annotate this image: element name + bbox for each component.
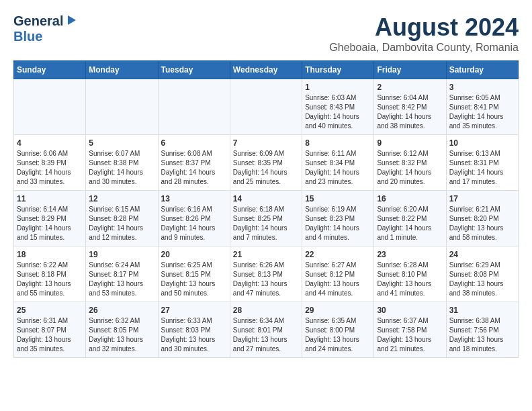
day-number: 22 xyxy=(305,250,371,259)
day-number: 5 xyxy=(89,138,154,148)
calendar-cell: 12Sunrise: 6:15 AM Sunset: 8:28 PM Dayli… xyxy=(86,191,158,246)
day-info: Sunrise: 6:07 AM Sunset: 8:38 PM Dayligh… xyxy=(89,149,154,187)
calendar-cell: 31Sunrise: 6:38 AM Sunset: 7:56 PM Dayli… xyxy=(446,302,518,358)
day-number: 24 xyxy=(449,250,515,259)
logo: General Blue xyxy=(13,13,77,44)
calendar-cell: 1Sunrise: 6:03 AM Sunset: 8:43 PM Daylig… xyxy=(302,79,374,135)
day-number: 15 xyxy=(305,194,371,203)
calendar-cell: 2Sunrise: 6:04 AM Sunset: 8:42 PM Daylig… xyxy=(374,79,446,135)
day-info: Sunrise: 6:37 AM Sunset: 7:58 PM Dayligh… xyxy=(377,316,443,354)
calendar-cell: 26Sunrise: 6:32 AM Sunset: 8:05 PM Dayli… xyxy=(86,302,158,358)
day-info: Sunrise: 6:12 AM Sunset: 8:32 PM Dayligh… xyxy=(377,149,443,187)
calendar-cell: 30Sunrise: 6:37 AM Sunset: 7:58 PM Dayli… xyxy=(374,302,446,358)
calendar-cell: 3Sunrise: 6:05 AM Sunset: 8:41 PM Daylig… xyxy=(446,79,518,135)
day-number: 2 xyxy=(377,83,443,92)
calendar-cell: 16Sunrise: 6:20 AM Sunset: 8:22 PM Dayli… xyxy=(374,191,446,246)
day-info: Sunrise: 6:06 AM Sunset: 8:39 PM Dayligh… xyxy=(17,149,83,187)
calendar-cell: 27Sunrise: 6:33 AM Sunset: 8:03 PM Dayli… xyxy=(158,302,230,358)
day-info: Sunrise: 6:19 AM Sunset: 8:23 PM Dayligh… xyxy=(305,205,371,242)
day-number: 14 xyxy=(233,194,299,203)
calendar-cell: 9Sunrise: 6:12 AM Sunset: 8:32 PM Daylig… xyxy=(374,135,446,191)
day-info: Sunrise: 6:32 AM Sunset: 8:05 PM Dayligh… xyxy=(89,316,154,354)
calendar-cell: 4Sunrise: 6:06 AM Sunset: 8:39 PM Daylig… xyxy=(14,135,86,191)
calendar-cell: 8Sunrise: 6:11 AM Sunset: 8:34 PM Daylig… xyxy=(302,135,374,191)
day-number: 7 xyxy=(233,138,299,148)
day-info: Sunrise: 6:14 AM Sunset: 8:29 PM Dayligh… xyxy=(17,205,83,242)
logo-blue-text: Blue xyxy=(13,29,42,44)
calendar-cell xyxy=(14,79,86,135)
page-subtitle: Gheboaia, Dambovita County, Romania xyxy=(329,42,519,54)
day-number: 9 xyxy=(377,138,443,148)
day-info: Sunrise: 6:22 AM Sunset: 8:18 PM Dayligh… xyxy=(17,261,83,298)
day-header-thursday: Thursday xyxy=(302,61,374,79)
day-number: 13 xyxy=(161,194,227,203)
calendar-cell: 19Sunrise: 6:24 AM Sunset: 8:17 PM Dayli… xyxy=(86,246,158,302)
header: General Blue August 2024 Gheboaia, Dambo… xyxy=(13,13,519,54)
day-info: Sunrise: 6:03 AM Sunset: 8:43 PM Dayligh… xyxy=(305,93,371,131)
day-number: 17 xyxy=(449,194,515,203)
calendar-cell: 29Sunrise: 6:35 AM Sunset: 8:00 PM Dayli… xyxy=(302,302,374,358)
day-header-tuesday: Tuesday xyxy=(158,61,230,79)
calendar-cell: 10Sunrise: 6:13 AM Sunset: 8:31 PM Dayli… xyxy=(446,135,518,191)
day-number: 28 xyxy=(233,306,299,315)
day-info: Sunrise: 6:08 AM Sunset: 8:37 PM Dayligh… xyxy=(161,149,227,187)
day-number: 31 xyxy=(449,306,515,315)
day-info: Sunrise: 6:27 AM Sunset: 8:12 PM Dayligh… xyxy=(305,261,371,298)
calendar-cell: 25Sunrise: 6:31 AM Sunset: 8:07 PM Dayli… xyxy=(14,302,86,358)
calendar-cell: 7Sunrise: 6:09 AM Sunset: 8:35 PM Daylig… xyxy=(230,135,302,191)
day-info: Sunrise: 6:31 AM Sunset: 8:07 PM Dayligh… xyxy=(17,316,83,354)
day-info: Sunrise: 6:25 AM Sunset: 8:15 PM Dayligh… xyxy=(161,261,227,298)
day-header-sunday: Sunday xyxy=(14,61,86,79)
day-info: Sunrise: 6:24 AM Sunset: 8:17 PM Dayligh… xyxy=(89,261,154,298)
day-info: Sunrise: 6:34 AM Sunset: 8:01 PM Dayligh… xyxy=(233,316,299,354)
day-info: Sunrise: 6:04 AM Sunset: 8:42 PM Dayligh… xyxy=(377,93,443,131)
day-info: Sunrise: 6:35 AM Sunset: 8:00 PM Dayligh… xyxy=(305,316,371,354)
calendar-cell: 21Sunrise: 6:26 AM Sunset: 8:13 PM Dayli… xyxy=(230,246,302,302)
title-area: August 2024 Gheboaia, Dambovita County, … xyxy=(329,13,519,54)
day-info: Sunrise: 6:38 AM Sunset: 7:56 PM Dayligh… xyxy=(449,316,515,354)
day-number: 3 xyxy=(449,83,515,92)
calendar-cell: 14Sunrise: 6:18 AM Sunset: 8:25 PM Dayli… xyxy=(230,191,302,246)
day-info: Sunrise: 6:29 AM Sunset: 8:08 PM Dayligh… xyxy=(449,261,515,298)
day-number: 12 xyxy=(89,194,154,203)
day-number: 1 xyxy=(305,83,371,92)
calendar-cell: 24Sunrise: 6:29 AM Sunset: 8:08 PM Dayli… xyxy=(446,246,518,302)
day-number: 25 xyxy=(17,306,83,315)
calendar-cell: 13Sunrise: 6:16 AM Sunset: 8:26 PM Dayli… xyxy=(158,191,230,246)
calendar-cell: 18Sunrise: 6:22 AM Sunset: 8:18 PM Dayli… xyxy=(14,246,86,302)
page-title: August 2024 xyxy=(329,13,519,42)
day-number: 16 xyxy=(377,194,443,203)
calendar-cell: 23Sunrise: 6:28 AM Sunset: 8:10 PM Dayli… xyxy=(374,246,446,302)
day-info: Sunrise: 6:09 AM Sunset: 8:35 PM Dayligh… xyxy=(233,149,299,187)
calendar-cell xyxy=(158,79,230,135)
day-number: 23 xyxy=(377,250,443,259)
calendar-cell: 15Sunrise: 6:19 AM Sunset: 8:23 PM Dayli… xyxy=(302,191,374,246)
calendar-cell xyxy=(86,79,158,135)
day-info: Sunrise: 6:15 AM Sunset: 8:28 PM Dayligh… xyxy=(89,205,154,242)
week-row-2: 4Sunrise: 6:06 AM Sunset: 8:39 PM Daylig… xyxy=(14,135,519,191)
calendar-cell: 11Sunrise: 6:14 AM Sunset: 8:29 PM Dayli… xyxy=(14,191,86,246)
day-info: Sunrise: 6:33 AM Sunset: 8:03 PM Dayligh… xyxy=(161,316,227,354)
day-header-wednesday: Wednesday xyxy=(230,61,302,79)
day-number: 30 xyxy=(377,306,443,315)
day-number: 8 xyxy=(305,138,371,148)
calendar-cell: 28Sunrise: 6:34 AM Sunset: 8:01 PM Dayli… xyxy=(230,302,302,358)
logo-general-text: General xyxy=(13,13,63,29)
calendar-cell: 5Sunrise: 6:07 AM Sunset: 8:38 PM Daylig… xyxy=(86,135,158,191)
day-number: 27 xyxy=(161,306,227,315)
week-row-4: 18Sunrise: 6:22 AM Sunset: 8:18 PM Dayli… xyxy=(14,246,519,302)
logo-arrow-icon xyxy=(65,14,77,29)
calendar-cell: 22Sunrise: 6:27 AM Sunset: 8:12 PM Dayli… xyxy=(302,246,374,302)
day-info: Sunrise: 6:05 AM Sunset: 8:41 PM Dayligh… xyxy=(449,93,515,131)
day-number: 4 xyxy=(17,138,83,148)
day-header-monday: Monday xyxy=(86,61,158,79)
day-number: 6 xyxy=(161,138,227,148)
day-info: Sunrise: 6:13 AM Sunset: 8:31 PM Dayligh… xyxy=(449,149,515,187)
day-number: 11 xyxy=(17,194,83,203)
day-info: Sunrise: 6:16 AM Sunset: 8:26 PM Dayligh… xyxy=(161,205,227,242)
day-info: Sunrise: 6:18 AM Sunset: 8:25 PM Dayligh… xyxy=(233,205,299,242)
day-header-friday: Friday xyxy=(374,61,446,79)
day-number: 20 xyxy=(161,250,227,259)
day-number: 18 xyxy=(17,250,83,259)
day-info: Sunrise: 6:21 AM Sunset: 8:20 PM Dayligh… xyxy=(449,205,515,242)
